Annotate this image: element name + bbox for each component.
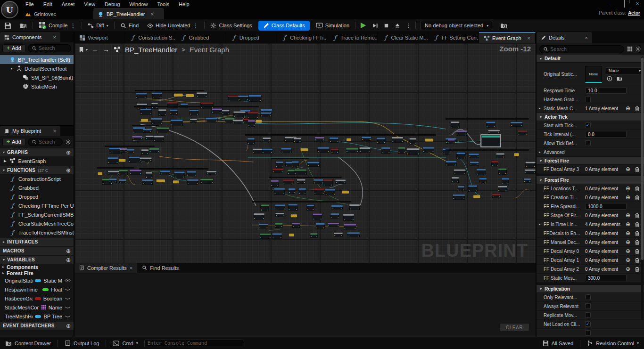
add-icon[interactable]: ⊕ (66, 168, 71, 173)
blueprint-item[interactable]: ƒTraceToRemoveISMInstance (0, 228, 74, 237)
variable-row[interactable]: TreeMeshHolderIBP Tree (0, 312, 74, 321)
restore-button[interactable] (618, 0, 631, 8)
expander-icon[interactable]: ▸ (539, 222, 542, 226)
content-drawer-button[interactable]: Content Drawer (0, 337, 56, 349)
tab-level-grintovec[interactable]: Grintovec (21, 8, 60, 19)
output-log-button[interactable]: Output Log (59, 337, 104, 349)
save-status-button[interactable]: All Saved (537, 337, 578, 349)
add-icon[interactable]: ⊕ (66, 248, 71, 254)
display-filter-icon[interactable] (627, 46, 633, 52)
debug-browse-button[interactable] (496, 19, 512, 32)
checkbox[interactable] (585, 140, 591, 146)
details-search-input[interactable] (550, 46, 620, 52)
my-blueprint-search-input[interactable] (39, 139, 59, 145)
component-row[interactable]: StaticMesh (0, 82, 74, 91)
class-defaults-button[interactable]: Class Defaults (258, 21, 310, 31)
section-header-graphs[interactable]: ▾GRAPHS⊕ (0, 148, 74, 156)
settings-icon[interactable] (65, 139, 71, 145)
section-header-variables[interactable]: ▾VARIABLES⊕ (0, 256, 74, 264)
add-element-icon[interactable]: ⊕ (626, 166, 630, 172)
blueprint-item[interactable]: ƒFF_SettingCurrentISMByName (0, 210, 74, 219)
hide-unrelated-button[interactable]: Hide Unrelated ⋮ (143, 19, 203, 32)
variable-row[interactable]: HasbeenGrabbedBoolean (0, 294, 74, 303)
details-settings-icon[interactable] (636, 46, 641, 52)
add-element-icon[interactable]: ⊕ (626, 185, 630, 192)
expander-icon[interactable]: ▸ (4, 158, 7, 164)
cmd-dropdown[interactable]: Cmd▾ (107, 337, 143, 349)
blueprint-item[interactable]: ƒClearStaticMeshTreeCompone (0, 219, 74, 228)
value-field[interactable]: 0.0 (585, 131, 627, 138)
console-input[interactable] (148, 341, 240, 346)
add-element-icon[interactable]: ⊕ (626, 248, 630, 254)
play-button[interactable] (357, 19, 369, 32)
compile-button[interactable]: Compile ⋮ (34, 19, 80, 32)
add-element-icon[interactable]: ⊕ (626, 239, 630, 245)
save-button[interactable] (0, 19, 16, 32)
checkbox[interactable]: ✓ (585, 321, 591, 327)
details-section-replication[interactable]: ▾Replication (537, 285, 644, 293)
details-section-actor-tick[interactable]: ▾Actor Tick (537, 113, 644, 121)
close-tab-icon[interactable]: × (130, 265, 132, 271)
close-panel-icon[interactable]: × (585, 35, 588, 41)
debug-object-dropdown[interactable]: No debug object selected▾ (420, 21, 493, 30)
nav-forward-icon[interactable]: → (103, 46, 109, 53)
graph-tab-grabbed[interactable]: ƒGrabbed (175, 32, 226, 43)
graph-tab-viewport[interactable]: Viewport (74, 32, 125, 43)
class-settings-button[interactable]: Class Settings (206, 19, 256, 32)
close-panel-icon[interactable]: × (53, 128, 56, 134)
expander-icon[interactable]: ▸ (539, 106, 542, 110)
close-panel-icon[interactable]: × (53, 34, 56, 40)
expander-icon[interactable]: ▸ (539, 150, 542, 154)
menu-help[interactable]: Help (174, 0, 194, 8)
close-tab-icon[interactable]: × (528, 35, 530, 41)
add-icon[interactable]: ⊕ (66, 323, 71, 329)
clear-button[interactable]: CLEAR (500, 324, 529, 331)
components-tab[interactable]: Components × (0, 32, 60, 42)
graph-tab-dropped[interactable]: ƒDropped (226, 32, 277, 43)
graph-tab-ff-setting-curr-[interactable]: ƒFF Setting Curr... (429, 32, 479, 43)
details-scrollbar[interactable] (641, 57, 644, 320)
my-blueprint-search[interactable] (28, 138, 63, 146)
section-header-macros[interactable]: MACROS⊕ (0, 247, 74, 255)
add-element-icon[interactable]: ⊕ (626, 194, 630, 201)
add-element-icon[interactable]: ⊕ (626, 230, 630, 236)
menu-edit[interactable]: Edit (39, 0, 57, 8)
play-options-button[interactable]: ⋮ (403, 19, 414, 32)
compiler-results-tab[interactable]: Compiler Results × (74, 263, 137, 273)
checkbox[interactable] (585, 330, 591, 336)
variable-row[interactable]: RespawnTimeFloat (0, 285, 74, 294)
console-command-input[interactable] (144, 340, 243, 347)
add-element-icon[interactable]: ⊕ (626, 221, 630, 227)
component-row[interactable]: BP_TreeHandler (Self) (0, 55, 74, 64)
section-header-event-dispatchers[interactable]: EVENT DISPATCHERS⊕ (0, 322, 74, 330)
close-button[interactable]: × (631, 0, 644, 8)
find-button[interactable]: Find (116, 19, 143, 32)
details-tab[interactable]: Details × (537, 32, 592, 43)
blueprint-item[interactable]: ▸EventGraph (0, 156, 74, 165)
variable-category[interactable]: ▸Forest Fire (0, 270, 74, 276)
graph-tab-clear-static-m-[interactable]: ƒClear Static M... (378, 32, 428, 43)
details-section-forest-fire[interactable]: ▾Forest Fire (537, 176, 644, 184)
checkbox[interactable] (585, 294, 591, 300)
graph-tab-construction-s-[interactable]: ƒConstruction S... (125, 32, 175, 43)
add-component-button[interactable]: +Add (2, 44, 25, 52)
add-element-icon[interactable]: ⊕ (626, 257, 630, 263)
blueprint-item[interactable]: ƒConstructionScript (0, 174, 74, 183)
component-row[interactable]: SM_SP_08(Burnt) (0, 73, 74, 82)
bookmark-icon[interactable] (78, 47, 84, 53)
graph-canvas[interactable]: ▾ ← → BP_TreeHandler > Event Graph Zoom … (74, 43, 536, 263)
menu-file[interactable]: File (21, 0, 39, 8)
checkbox[interactable]: ✓ (585, 122, 591, 128)
details-search[interactable] (539, 45, 624, 53)
close-tab-icon[interactable]: × (151, 11, 154, 17)
diff-button[interactable]: Diff▾ (83, 19, 112, 32)
graph-tab-event-graph[interactable]: Event Graph× (479, 32, 536, 43)
checkbox[interactable] (585, 303, 591, 309)
tab-bp-treehandler[interactable]: BP_TreeHandler × (93, 8, 164, 19)
variable-row[interactable]: StaticMeshCompName (0, 303, 74, 312)
add-icon[interactable]: ⊕ (66, 150, 71, 155)
add-icon[interactable]: ⊕ (66, 257, 71, 263)
simulation-button[interactable]: Simulation (312, 19, 354, 32)
checkbox[interactable] (585, 312, 591, 318)
components-search[interactable] (28, 44, 71, 52)
